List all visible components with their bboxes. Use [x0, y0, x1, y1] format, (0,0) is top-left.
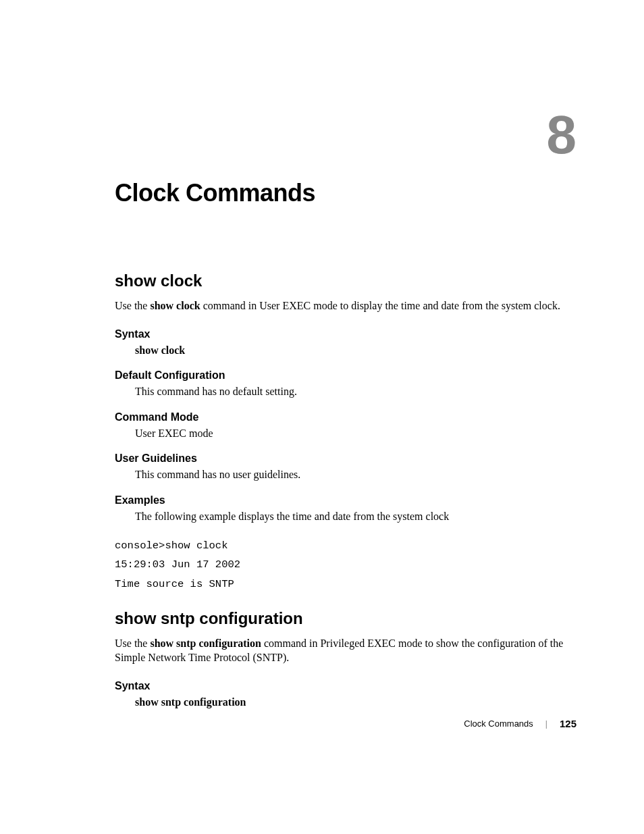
intro-text-pre: Use the: [115, 300, 150, 311]
command-mode-body: User EXEC mode: [135, 426, 576, 441]
example-code-block: console>show clock 15:29:03 Jun 17 2002 …: [115, 536, 576, 594]
section-heading-show-clock: show clock: [115, 271, 576, 290]
footer-label: Clock Commands: [464, 719, 533, 729]
examples-heading: Examples: [115, 494, 576, 506]
default-config-body: This command has no default setting.: [135, 384, 576, 399]
footer-page-number: 125: [560, 718, 576, 729]
user-guidelines-body: This command has no user guidelines.: [135, 467, 576, 482]
footer-divider: |: [545, 719, 547, 729]
intro-text-post: command in User EXEC mode to display the…: [200, 300, 560, 311]
intro-command-name: show clock: [150, 300, 200, 311]
syntax-body: show clock: [135, 343, 576, 358]
section-heading-show-sntp: show sntp configuration: [115, 609, 576, 628]
section-intro-2: Use the show sntp configuration command …: [115, 636, 576, 665]
chapter-title: Clock Commands: [115, 179, 576, 207]
intro-command-name-2: show sntp configuration: [150, 637, 261, 649]
default-config-heading: Default Configuration: [115, 369, 576, 382]
syntax-heading: Syntax: [115, 328, 576, 340]
user-guidelines-heading: User Guidelines: [115, 452, 576, 465]
chapter-number: 8: [547, 108, 577, 162]
intro-text-pre-2: Use the: [115, 637, 150, 649]
syntax-heading-2: Syntax: [115, 680, 576, 692]
page-footer: Clock Commands | 125: [464, 718, 576, 729]
examples-body: The following example displays the time …: [135, 509, 576, 524]
syntax-body-2: show sntp configuration: [135, 695, 576, 710]
section-intro: Use the show clock command in User EXEC …: [115, 298, 576, 313]
command-mode-heading: Command Mode: [115, 411, 576, 423]
